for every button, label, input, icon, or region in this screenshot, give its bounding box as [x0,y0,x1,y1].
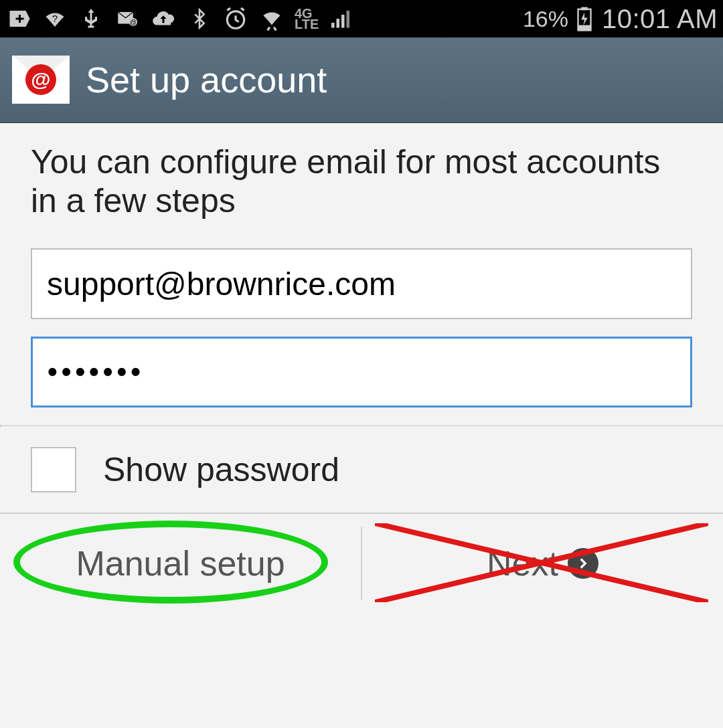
content-area: You can configure email for most account… [0,123,723,407]
svg-rect-10 [581,7,588,11]
wifi-arrows-icon [258,5,285,32]
intro-text: You can configure email for most account… [31,143,692,220]
bottom-bar: Manual setup Next [0,513,723,613]
show-password-checkbox[interactable] [31,447,76,492]
battery-percentage: 16% [523,6,568,32]
network-type-label: 4GLTE [295,8,319,29]
email-value: support@brownrice.com [47,266,396,302]
mail-at-icon: @ [114,5,141,32]
signal-bars-icon [328,5,355,32]
svg-text:@: @ [130,19,137,26]
show-password-label: Show password [103,450,339,489]
manual-setup-button[interactable]: Manual setup [0,514,361,613]
page-title: Set up account [86,59,327,100]
alarm-icon [222,5,249,32]
svg-rect-8 [347,11,350,28]
password-value: ••••••• [48,356,145,388]
clock: 10:01 AM [602,4,718,34]
bluetooth-icon [186,5,213,32]
cloud-upload-icon [150,5,177,32]
email-field[interactable]: support@brownrice.com [31,248,692,319]
title-bar: @ Set up account [0,37,723,123]
next-label: Next [487,543,558,583]
at-symbol-icon: @ [25,64,56,95]
email-app-icon: @ [12,56,70,104]
show-password-row[interactable]: Show password [0,427,723,513]
svg-text:?: ? [52,13,58,24]
wifi-question-icon: ? [42,5,68,32]
svg-rect-6 [337,19,340,28]
next-button[interactable]: Next [362,514,723,613]
chevron-right-icon [568,548,598,579]
status-icons-left: ? @ 4GLTE [5,5,520,32]
status-bar: ? @ 4GLTE 16% 10:01 AM [0,0,723,37]
password-field[interactable]: ••••••• [31,337,692,407]
svg-rect-11 [578,25,590,31]
svg-rect-5 [331,23,335,28]
manual-setup-label: Manual setup [76,543,285,583]
battery-charging-icon [571,5,598,32]
plus-badge-icon [5,5,32,32]
usb-icon [78,5,104,32]
svg-rect-7 [341,15,345,28]
